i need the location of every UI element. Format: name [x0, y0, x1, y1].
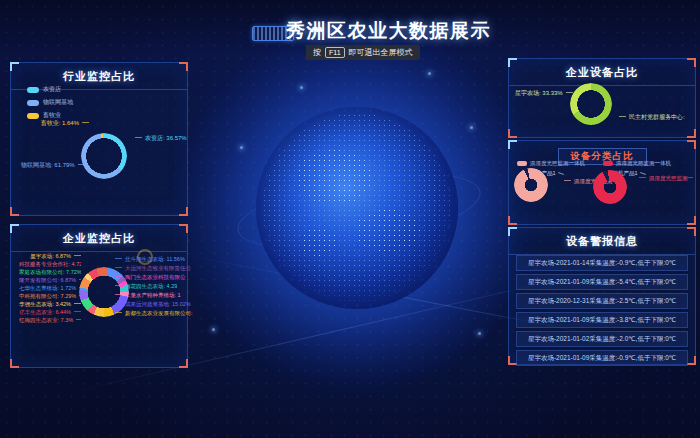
alert-row: 星宇农场-2021-01-14采集温度:-0.9℃,低于下限:0℃ [516, 255, 688, 271]
legend-item[interactable]: 温湿度光照监测一体机 [517, 160, 585, 167]
legend-label: 温湿度光照监测一体机 [616, 160, 671, 167]
legend-swatch [27, 113, 39, 119]
panel-title: 设备警报信息 [509, 228, 695, 255]
globe-visualization [256, 107, 458, 309]
tooltip-text-suffix: 即可退出全屏模式 [349, 47, 413, 58]
glow-dot [428, 72, 431, 75]
legend-label: 物联网基地 [43, 98, 73, 107]
legend-swatch [603, 161, 613, 166]
panel-industry-monitor: 行业监控占比 农资店 物联网基地 畜牧业 畜牧业: 1.64% 农资店: 36.… [10, 62, 188, 216]
enterprise-callouts-left: 星宇农场: 6.87% 科技服务专业合作社: 4.72% 家庭农场有限公司: 7… [19, 253, 81, 323]
chart-callout: 李强生态农场: 3.42% [19, 301, 81, 307]
chart-callout: 星宇农场: 6.87% [30, 253, 81, 259]
legend-item[interactable]: 农资店 [27, 85, 73, 94]
legend-swatch [27, 100, 39, 106]
chart-callout: 北斗翔生态农场: 11.56% [115, 256, 185, 262]
chart-callout: 成果运河蔬菜基地: 15.02% [115, 301, 191, 307]
chart-callout: 中科苑有限公司: 7.29% [19, 293, 81, 299]
chart-callout: 大运河生态牧业有限责任公 [115, 265, 191, 271]
category-donut-chart-2[interactable] [593, 170, 627, 204]
glow-dot [470, 126, 473, 129]
globe-continent-dots [262, 113, 452, 303]
legend-swatch [27, 87, 39, 93]
chart-callout: 物联网基地: 61.79% [21, 161, 85, 170]
alert-list: 星宇农场-2021-01-14采集温度:-0.9℃,低于下限:0℃ 星宇农场-2… [516, 255, 688, 369]
panel-title: 企业监控占比 [11, 225, 187, 252]
glow-dot [478, 332, 481, 335]
chart-callout: 畜牧业: 1.64% [25, 119, 89, 128]
panel-title: 企业设备占比 [509, 59, 695, 86]
panel-enterprise-monitor: 企业监控占比 星宇农场: 6.87% 科技服务专业合作社: 4.72% 家庭农场… [10, 224, 188, 368]
legend-item[interactable]: 物联网基地 [27, 98, 73, 107]
chart-callout: 星宇农场: 33.33% [515, 89, 569, 98]
chart-callout: 新都生态农业发展有限公司: 6.87 [115, 310, 193, 316]
alert-row: 星宇农场-2021-01-09采集温度:-0.9℃,低于下限:0℃ [516, 350, 688, 366]
chart-callout: 红梅园生态农业: 7.3% [19, 317, 81, 323]
legend-label: 农资店 [43, 85, 61, 94]
chart-callout: 亿丰生态农业: 6.44% [19, 309, 81, 315]
enterprise-callouts-right: 北斗翔生态农场: 11.56% 大运河生态牧业有限责任公 陶门生态农业科技有限公… [115, 256, 193, 316]
chart-callout: 丰泉水产特种养殖场: 1 [115, 292, 181, 298]
chart-callout: 温湿度光照监测一 [639, 175, 693, 182]
panel-device-alerts: 设备警报信息 星宇农场-2021-01-14采集温度:-0.9℃,低于下限:0℃… [508, 227, 696, 365]
page-title: 秀洲区农业大数据展示 [286, 18, 491, 44]
fullscreen-tooltip: 按 F11 即可退出全屏模式 [306, 45, 420, 60]
chart-callout: 七华生态养殖场: 1.72% [19, 285, 81, 291]
panel-device-category: 设备分类占比 温湿度光照监测一体机 一体机产品1 温湿度光照监测一 温湿度光照监… [508, 140, 696, 225]
chart-callout: 科技服务专业合作社: 4.72% [19, 261, 81, 267]
chart-callout: 农资店: 36.57% [135, 134, 187, 143]
panel-enterprise-device: 企业设备占比 星宇农场: 33.33% 民主村党群服务中心: [508, 58, 696, 138]
industry-donut-chart[interactable] [81, 133, 127, 179]
chart-callout: 隆开发有限公司: 6.87% [19, 277, 81, 283]
alert-row: 星宇农场-2021-01-02采集温度:-2.0℃,低于下限:0℃ [516, 331, 688, 347]
legend-item[interactable]: 温湿度光照监测一体机 [603, 160, 671, 167]
device-donut-chart[interactable] [570, 83, 612, 125]
chart-callout: 陶门生态农业科技有限公 [115, 274, 186, 280]
f11-keycap: F11 [325, 47, 345, 58]
legend-swatch [517, 161, 527, 166]
glow-dot [240, 146, 243, 149]
chart-callout: 梅花园生态农场: 4.29 [115, 283, 177, 289]
chart-callout: 民主村党群服务中心: [619, 113, 693, 122]
legend-label: 温湿度光照监测一体机 [530, 160, 585, 167]
alert-row: 星宇农场-2021-01-09采集温度:-3.8℃,低于下限:0℃ [516, 312, 688, 328]
tooltip-text-prefix: 按 [313, 47, 321, 58]
glow-dot [300, 86, 303, 89]
alert-row: 星宇农场-2021-01-09采集温度:-5.4℃,低于下限:0℃ [516, 274, 688, 290]
glow-dot [212, 328, 215, 331]
alert-row: 星宇农场-2020-12-31采集温度:-2.5℃,低于下限:0℃ [516, 293, 688, 309]
chart-callout: 家庭农场有限公司: 7.72% [19, 269, 81, 275]
category-donut-chart-1[interactable] [514, 168, 548, 202]
